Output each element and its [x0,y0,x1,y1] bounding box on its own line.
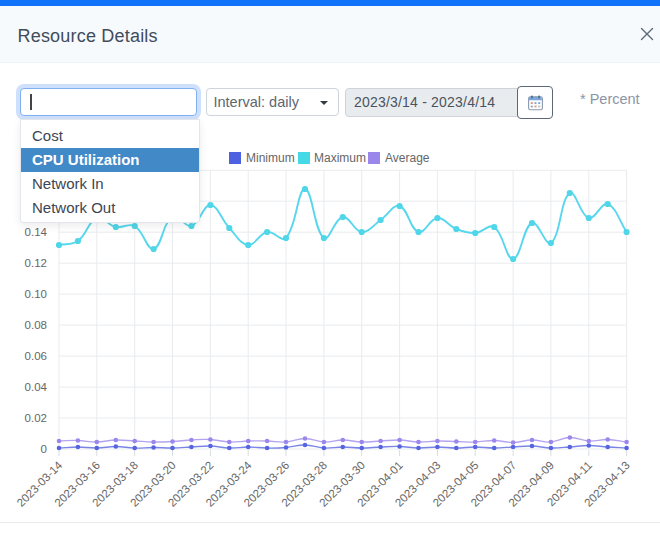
svg-text:0.14: 0.14 [25,226,48,238]
svg-text:0.02: 0.02 [25,412,47,424]
svg-text:0.06: 0.06 [25,350,47,362]
svg-text:0.12: 0.12 [25,257,47,269]
svg-text:0: 0 [41,443,47,455]
svg-text:Average: Average [385,151,430,165]
svg-text:0.04: 0.04 [25,381,48,393]
svg-text:Minimum: Minimum [246,151,295,165]
svg-text:Maximum: Maximum [314,151,366,165]
svg-text:0.08: 0.08 [25,319,47,331]
svg-text:0.10: 0.10 [25,288,47,300]
